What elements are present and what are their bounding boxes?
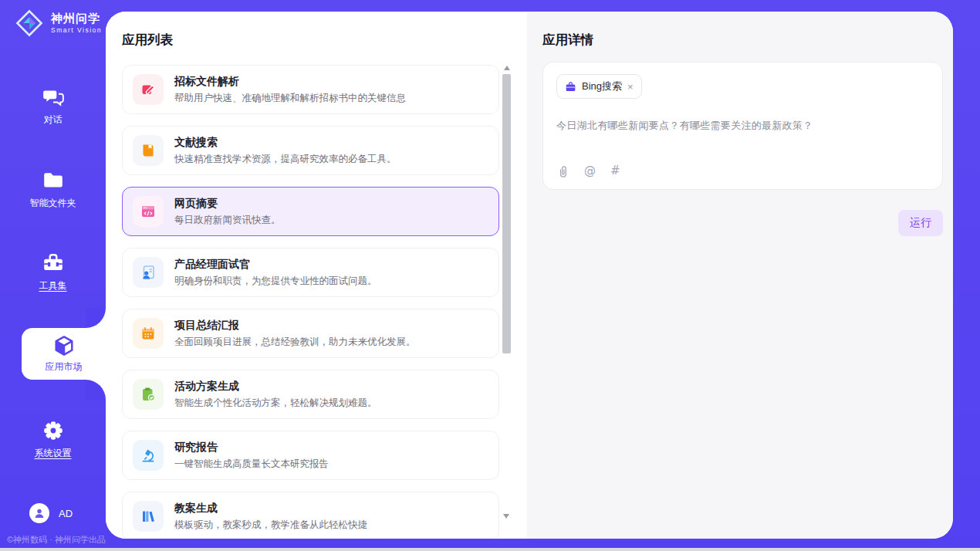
browser-code-icon (133, 196, 164, 227)
folder-icon (42, 169, 65, 192)
app-card-title: 活动方案生成 (174, 380, 377, 394)
app-card-description: 全面回顾项目进展，总结经验教训，助力未来优化发展。 (174, 336, 416, 349)
avatar (29, 503, 49, 523)
prompt-input[interactable]: 今日湖北有哪些新闻要点？有哪些需要关注的最新政策？ (556, 119, 929, 133)
brand-logo: 神州问学 Smart Vision (14, 8, 102, 39)
person-icon (32, 506, 46, 520)
calendar-icon (133, 318, 164, 349)
app-card-title: 文献搜索 (174, 136, 397, 150)
app-card-list: 招标文件解析 帮助用户快速、准确地理解和解析招标书中的关键信息 文献搜索 快速精… (122, 65, 499, 539)
app-card-literature-search[interactable]: 文献搜索 快速精准查找学术资源，提高研究效率的必备工具。 (122, 126, 499, 175)
app-card-description: 模板驱动，教案秒成，教学准备从此轻松快捷 (174, 519, 367, 532)
logo-diamond-icon (14, 8, 45, 39)
sidebar-item-label: 应用市场 (46, 360, 83, 374)
cube-icon (52, 334, 76, 357)
hash-tag-icon[interactable]: # (610, 164, 620, 177)
books-icon (133, 501, 164, 532)
at-mention-icon[interactable]: @ (584, 164, 596, 177)
sidebar-item-settings[interactable]: 系统设置 (0, 419, 106, 460)
sidebar-item-app-market[interactable]: 应用市场 (22, 328, 106, 380)
app-list-scrollbar[interactable] (502, 65, 512, 519)
attachment-toolbar: @ # (556, 164, 929, 177)
briefcase-icon (565, 81, 576, 93)
sidebar-item-label: 工具集 (39, 279, 67, 292)
toolbox-icon (42, 252, 65, 275)
tool-tag-bing-search[interactable]: Bing搜索 × (556, 74, 642, 99)
prompt-card: Bing搜索 × 今日湖北有哪些新闻要点？有哪些需要关注的最新政策？ @ # (542, 62, 943, 190)
app-card-title: 教案生成 (174, 502, 367, 516)
sidebar: 神州问学 Smart Vision 对话 智能文件夹 工具集 (0, 0, 106, 551)
app-card-pm-interviewer[interactable]: 产品经理面试官 明确身份和职责，为您提供专业性的面试问题。 (122, 248, 499, 297)
user-account[interactable]: AD (29, 503, 73, 523)
app-list-section: 应用列表 招标文件解析 帮助用户快速、准确地理解和解析招标书中的关键信息 (106, 12, 527, 539)
sidebar-item-toolset[interactable]: 工具集 (0, 252, 106, 292)
app-card-event-plan[interactable]: 活动方案生成 智能生成个性化活动方案，轻松解决规划难题。 (122, 370, 499, 419)
app-card-description: 一键智能生成高质量长文本研究报告 (174, 458, 329, 471)
app-card-title: 产品经理面试官 (174, 258, 377, 272)
tool-tag-label: Bing搜索 (582, 79, 622, 93)
paperclip-icon[interactable] (556, 164, 569, 177)
sidebar-item-label: 对话 (44, 113, 63, 127)
app-card-title: 网页摘要 (174, 197, 281, 211)
run-button[interactable]: 运行 (898, 210, 943, 236)
bottom-edge-strip (0, 548, 980, 551)
app-card-web-summary[interactable]: 网页摘要 每日政府新闻资讯快查。 (122, 187, 499, 236)
app-card-lesson-plan[interactable]: 教案生成 模板驱动，教案秒成，教学准备从此轻松快捷 (122, 492, 499, 539)
app-detail-title: 应用详情 (542, 32, 953, 49)
app-detail-section: 应用详情 Bing搜索 × 今日湖北有哪些新闻要点？有哪些需要关注的最新政策？ … (527, 12, 953, 539)
app-card-description: 快速精准查找学术资源，提高研究效率的必备工具。 (174, 153, 397, 166)
person-doc-icon (133, 257, 164, 288)
scrollbar-thumb[interactable] (502, 74, 511, 353)
app-card-description: 每日政府新闻资讯快查。 (174, 214, 281, 227)
book-icon (133, 135, 164, 166)
app-card-bid-parsing[interactable]: 招标文件解析 帮助用户快速、准确地理解和解析招标书中的关键信息 (122, 65, 499, 114)
app-card-description: 帮助用户快速、准确地理解和解析招标书中的关键信息 (174, 92, 406, 105)
gear-icon (42, 419, 65, 442)
microscope-icon (133, 440, 164, 471)
sidebar-item-smart-folders[interactable]: 智能文件夹 (0, 169, 106, 210)
tag-close-icon[interactable]: × (627, 82, 634, 92)
brand-tagline: Smart Vision (51, 27, 102, 34)
pen-square-icon (133, 74, 164, 105)
copyright-text: ©神州数码 · 神州问学出品 (7, 534, 106, 546)
sidebar-item-chat[interactable]: 对话 (0, 86, 106, 127)
scroll-down-arrow-icon[interactable] (503, 514, 509, 519)
clipboard-check-icon (133, 379, 164, 410)
tab-curve-top (86, 308, 106, 328)
chat-icon (42, 86, 65, 109)
app-card-project-summary[interactable]: 项目总结汇报 全面回顾项目进展，总结经验教训，助力未来优化发展。 (122, 309, 499, 358)
app-card-description: 明确身份和职责，为您提供专业性的面试问题。 (174, 275, 377, 288)
user-name: AD (59, 508, 73, 519)
tab-curve-bottom (86, 380, 106, 400)
app-card-description: 智能生成个性化活动方案，轻松解决规划难题。 (174, 397, 377, 410)
app-card-research-report[interactable]: 研究报告 一键智能生成高质量长文本研究报告 (122, 431, 499, 480)
app-card-title: 项目总结汇报 (174, 319, 416, 333)
sidebar-item-label: 系统设置 (35, 447, 72, 460)
brand-name: 神州问学 (51, 12, 102, 25)
app-card-title: 招标文件解析 (174, 75, 406, 89)
scroll-up-arrow-icon[interactable] (504, 66, 510, 70)
sidebar-item-label: 智能文件夹 (30, 197, 76, 210)
main-panel: 应用列表 招标文件解析 帮助用户快速、准确地理解和解析招标书中的关键信息 (106, 12, 953, 539)
app-list-title: 应用列表 (122, 32, 527, 49)
app-card-title: 研究报告 (174, 441, 329, 455)
